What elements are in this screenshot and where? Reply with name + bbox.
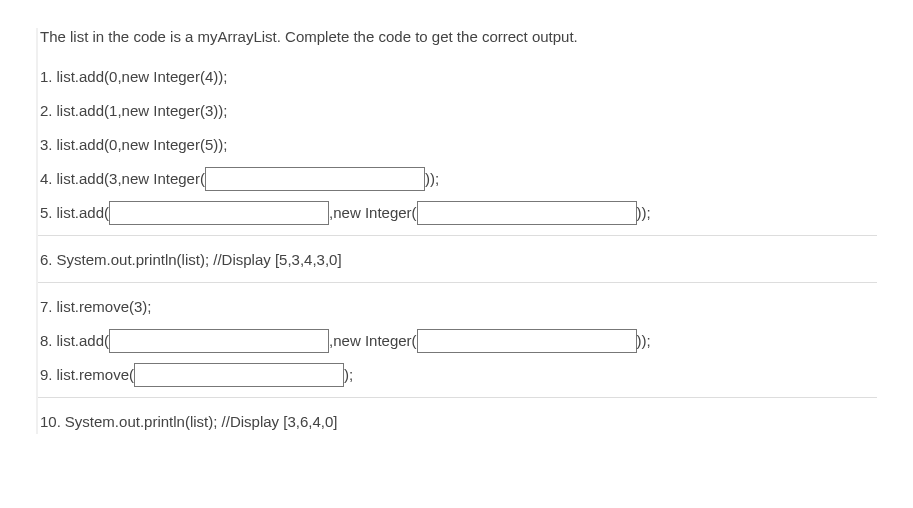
code-text: System.out.println(list); //Display [3,6… [65,410,338,434]
code-line-3: list.add(0,new Integer(5)); [40,133,877,157]
code-text: )); [637,329,651,353]
blank-input-5b[interactable] [417,201,637,225]
code-text: list.add( [57,201,110,225]
code-line-1: list.add(0,new Integer(4)); [40,65,877,89]
question-container: The list in the code is a myArrayList. C… [36,28,877,434]
code-text: list.add(0,new Integer(4)); [57,65,228,89]
code-line-9: list.remove( ); [40,363,877,387]
code-line-7: list.remove(3); [40,295,877,319]
code-text: )); [637,201,651,225]
blank-input-8b[interactable] [417,329,637,353]
code-text: list.add(1,new Integer(3)); [57,99,228,123]
code-text: ,new Integer( [329,329,417,353]
code-line-6: System.out.println(list); //Display [5,3… [40,248,877,272]
code-list: list.add(0,new Integer(4)); list.add(1,n… [38,65,877,225]
code-line-10: System.out.println(list); //Display [3,6… [40,410,877,434]
code-line-8: list.add( ,new Integer( )); [40,329,877,353]
blank-input-8a[interactable] [109,329,329,353]
blank-input-9[interactable] [134,363,344,387]
code-line-2: list.add(1,new Integer(3)); [40,99,877,123]
code-list-continued-3: System.out.println(list); //Display [3,6… [38,410,877,434]
code-text: list.add( [57,329,110,353]
divider [38,282,877,283]
code-list-continued: System.out.println(list); //Display [5,3… [38,248,877,272]
question-prompt: The list in the code is a myArrayList. C… [40,28,877,45]
code-text: list.remove(3); [57,295,152,319]
code-line-5: list.add( ,new Integer( )); [40,201,877,225]
code-text: list.add(3,new Integer( [57,167,205,191]
blank-input-4[interactable] [205,167,425,191]
code-line-4: list.add(3,new Integer( )); [40,167,877,191]
code-text: list.remove( [57,363,135,387]
divider [38,397,877,398]
code-text: list.add(0,new Integer(5)); [57,133,228,157]
code-text: System.out.println(list); //Display [5,3… [57,248,342,272]
code-list-continued-2: list.remove(3); list.add( ,new Integer( … [38,295,877,387]
blank-input-5a[interactable] [109,201,329,225]
code-text: )); [425,167,439,191]
code-text: ); [344,363,353,387]
code-text: ,new Integer( [329,201,417,225]
divider [38,235,877,236]
